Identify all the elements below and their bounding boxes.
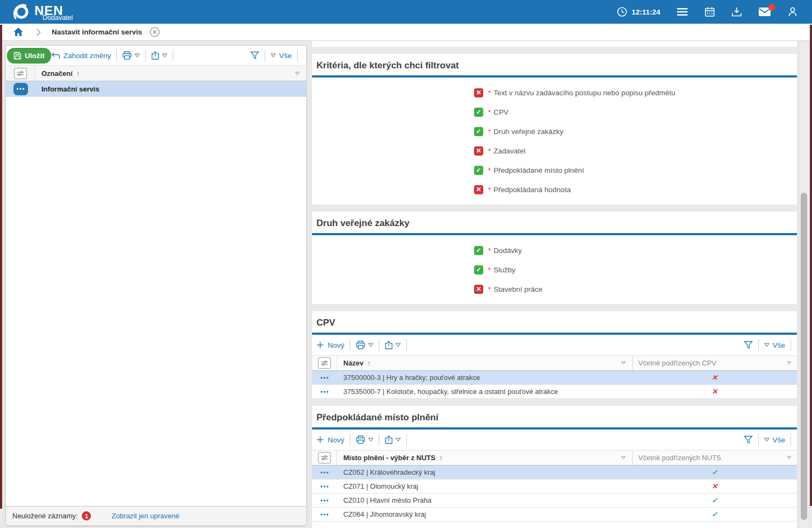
nuts-toolbar: Nový (312, 430, 797, 450)
column-filter-icon[interactable] (787, 361, 792, 365)
table-row[interactable]: CZ071 | Olomoucký kraj (312, 480, 797, 494)
filter-funnel-icon[interactable] (744, 435, 753, 444)
view-all-button[interactable]: Vše (764, 436, 785, 444)
column-header-included-cpv[interactable]: Včetně podřízených CPV (632, 356, 797, 370)
table-row[interactable]: 37500000-3 | Hry a hračky; pouťové atrak… (312, 371, 797, 385)
cpv-toolbar-right: Vše (744, 339, 796, 351)
menu-icon[interactable] (676, 7, 688, 17)
checkbox-icon[interactable] (474, 127, 483, 136)
criteria-item: * CPV (312, 102, 797, 122)
column-chooser-icon[interactable] (318, 452, 331, 463)
sort-asc-icon[interactable]: ↑ (368, 359, 371, 367)
row-menu-icon[interactable] (312, 508, 337, 521)
print-dropdown-icon[interactable] (368, 343, 373, 347)
checkbox-icon[interactable] (474, 166, 483, 175)
contract-type-item: * Stavební práce (312, 279, 797, 299)
export-icon[interactable] (151, 51, 159, 60)
contract-type-label: Stavební práce (493, 285, 542, 293)
export-dropdown-icon[interactable] (162, 53, 167, 58)
vertical-scrollbar[interactable] (799, 41, 809, 528)
criteria-label: Druh veřejné zakázky (493, 128, 563, 136)
sort-asc-icon[interactable]: ↑ (439, 454, 443, 462)
calendar-icon[interactable] (704, 6, 715, 17)
export-dropdown-icon[interactable] (396, 438, 401, 442)
close-tab-icon[interactable] (150, 27, 160, 37)
column-filter-icon[interactable] (787, 456, 792, 460)
view-all-button[interactable]: Vše (271, 52, 292, 60)
cpv-toolbar: Nový (312, 335, 797, 355)
section-nuts: Předpokládané místo plnění Nový (312, 406, 797, 528)
included-mark (712, 482, 718, 490)
table-row[interactable]: CZ064 | Jihomoravský kraj (312, 508, 797, 522)
export-icon[interactable] (385, 341, 393, 349)
column-filter-icon[interactable] (295, 72, 300, 75)
print-icon[interactable] (122, 51, 132, 60)
print-icon[interactable] (356, 435, 365, 444)
checkbox-icon[interactable] (474, 146, 483, 156)
top-actions: 12:11:24 (617, 6, 798, 17)
contract-type-checklist: * Dodávky * Služby * Stavební práce (312, 235, 797, 304)
section-title: Druh veřejné zakázky (312, 212, 797, 233)
save-label: Uložit (25, 52, 45, 60)
toolbar-separator (350, 339, 350, 351)
mail-icon[interactable] (758, 7, 771, 17)
checkbox-icon[interactable] (474, 108, 483, 117)
row-menu-icon[interactable] (312, 480, 337, 493)
table-row[interactable]: CZ052 | Královéhradecký kraj (312, 466, 797, 480)
row-menu-icon[interactable] (312, 371, 337, 384)
filter-funnel-icon[interactable] (250, 51, 259, 60)
included-cell (632, 510, 797, 518)
column-header-misto-plneni[interactable]: Místo plnění - výběr z NUTS ↑ (337, 450, 632, 465)
column-chooser-icon[interactable] (14, 68, 27, 79)
brand[interactable]: NEN Dodavatel (12, 0, 104, 24)
table-row[interactable]: Informační servis (6, 81, 306, 97)
column-chooser-icon[interactable] (318, 357, 331, 369)
checkbox-icon[interactable] (474, 265, 483, 274)
download-icon[interactable] (731, 6, 742, 17)
print-dropdown-icon[interactable] (368, 438, 373, 442)
required-asterisk: * (488, 285, 491, 293)
icon-column (312, 356, 337, 370)
required-asterisk: * (488, 166, 491, 174)
row-menu-icon[interactable] (13, 83, 28, 95)
included-cell (632, 468, 797, 476)
filter-funnel-icon[interactable] (744, 341, 753, 349)
table-row[interactable]: CZ010 | Hlavní město Praha (312, 494, 797, 508)
export-icon[interactable] (385, 435, 393, 444)
column-filter-icon[interactable] (621, 361, 626, 365)
section-title: Předpokládané místo plnění (312, 406, 797, 427)
user-icon[interactable] (787, 6, 798, 17)
brand-text: NEN Dodavatel (34, 0, 104, 24)
row-menu-icon[interactable] (312, 494, 337, 507)
column-header-included-nuts[interactable]: Včetně podřízených NUTS (632, 450, 797, 465)
save-button[interactable]: Uložit (7, 48, 51, 64)
view-all-button[interactable]: Vše (764, 341, 785, 349)
icon-column (6, 81, 35, 96)
row-label: 37535000-7 | Kolotoče, houpačky, střelni… (337, 388, 632, 396)
checkbox-icon[interactable] (474, 88, 483, 97)
new-button[interactable]: Nový (316, 436, 344, 444)
print-icon[interactable] (356, 341, 365, 349)
checkbox-icon[interactable] (474, 185, 483, 194)
new-button[interactable]: Nový (316, 341, 344, 349)
export-dropdown-icon[interactable] (396, 343, 401, 347)
scrollbar-thumb[interactable] (801, 193, 807, 520)
checkbox-icon[interactable] (474, 246, 483, 255)
row-menu-icon[interactable] (312, 385, 337, 398)
row-menu-icon[interactable] (312, 466, 337, 479)
show-modified-link[interactable]: Zobrazit jen upravené (111, 512, 179, 520)
sort-asc-icon[interactable]: ↑ (76, 69, 80, 78)
column-filter-icon[interactable] (621, 456, 626, 460)
print-dropdown-icon[interactable] (135, 53, 140, 58)
discard-changes-button[interactable]: Zahodit změny (51, 52, 111, 60)
toolbar-separator (790, 434, 791, 446)
view-all-label: Vše (279, 52, 292, 60)
column-header-oznaceni[interactable]: Označení (41, 69, 73, 78)
column-header-nazev[interactable]: Název ↑ (337, 356, 632, 370)
section-title: Kritéria, dle kterých chci filtrovat (312, 54, 797, 75)
criteria-item: * Zadavatel (312, 141, 797, 160)
criteria-item: * Druh veřejné zakázky (312, 122, 797, 141)
home-icon[interactable] (13, 27, 23, 37)
checkbox-icon[interactable] (474, 285, 483, 294)
table-row[interactable]: 37535000-7 | Kolotoče, houpačky, střelni… (312, 385, 797, 399)
